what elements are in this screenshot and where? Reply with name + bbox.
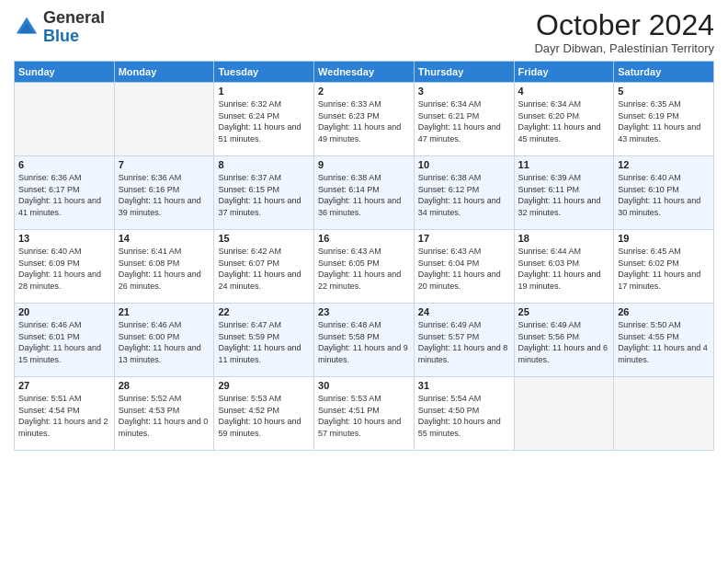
calendar-cell: [15, 83, 115, 156]
day-info: Sunrise: 6:34 AM Sunset: 6:21 PM Dayligh…: [418, 98, 510, 144]
day-info: Sunrise: 5:52 AM Sunset: 4:53 PM Dayligh…: [119, 393, 210, 439]
calendar-cell: 18Sunrise: 6:44 AM Sunset: 6:03 PM Dayli…: [514, 230, 614, 304]
page: General Blue October 2024 Dayr Dibwan, P…: [0, 0, 728, 563]
day-info: Sunrise: 6:40 AM Sunset: 6:09 PM Dayligh…: [18, 246, 110, 292]
day-number: 23: [318, 306, 410, 317]
calendar-header-row: SundayMondayTuesdayWednesdayThursdayFrid…: [15, 62, 714, 83]
title-block: October 2024 Dayr Dibwan, Palestinian Te…: [534, 9, 714, 55]
day-info: Sunrise: 6:36 AM Sunset: 6:16 PM Dayligh…: [119, 172, 210, 218]
calendar-cell: 15Sunrise: 6:42 AM Sunset: 6:07 PM Dayli…: [214, 230, 314, 304]
day-info: Sunrise: 6:36 AM Sunset: 6:17 PM Dayligh…: [18, 172, 110, 218]
day-number: 24: [418, 306, 510, 317]
calendar-cell: 12Sunrise: 6:40 AM Sunset: 6:10 PM Dayli…: [614, 156, 714, 230]
calendar-cell: [514, 377, 614, 451]
calendar-cell: 29Sunrise: 5:53 AM Sunset: 4:52 PM Dayli…: [214, 377, 314, 451]
calendar-cell: 2Sunrise: 6:33 AM Sunset: 6:23 PM Daylig…: [314, 83, 415, 156]
day-number: 18: [518, 233, 610, 244]
calendar-cell: 3Sunrise: 6:34 AM Sunset: 6:21 PM Daylig…: [414, 83, 514, 156]
day-info: Sunrise: 6:46 AM Sunset: 6:01 PM Dayligh…: [18, 319, 110, 365]
day-number: 25: [518, 306, 610, 317]
calendar-cell: 17Sunrise: 6:43 AM Sunset: 6:04 PM Dayli…: [414, 230, 514, 304]
day-number: 3: [418, 86, 510, 97]
day-number: 21: [119, 306, 210, 317]
calendar-cell: 7Sunrise: 6:36 AM Sunset: 6:16 PM Daylig…: [114, 156, 214, 230]
day-number: 19: [618, 233, 710, 244]
calendar-cell: 24Sunrise: 6:49 AM Sunset: 5:57 PM Dayli…: [414, 304, 514, 377]
calendar-cell: [114, 83, 214, 156]
day-number: 26: [618, 306, 710, 317]
day-info: Sunrise: 6:35 AM Sunset: 6:19 PM Dayligh…: [618, 98, 710, 144]
day-info: Sunrise: 6:37 AM Sunset: 6:15 PM Dayligh…: [218, 172, 310, 218]
weekday-header-saturday: Saturday: [614, 62, 714, 83]
day-number: 29: [218, 380, 310, 391]
weekday-header-sunday: Sunday: [15, 62, 115, 83]
calendar-cell: 11Sunrise: 6:39 AM Sunset: 6:11 PM Dayli…: [514, 156, 614, 230]
calendar-cell: 10Sunrise: 6:38 AM Sunset: 6:12 PM Dayli…: [414, 156, 514, 230]
logo-general-text: General: [43, 8, 105, 27]
day-info: Sunrise: 5:53 AM Sunset: 4:51 PM Dayligh…: [318, 393, 410, 439]
day-number: 9: [318, 159, 410, 170]
calendar-cell: 23Sunrise: 6:48 AM Sunset: 5:58 PM Dayli…: [314, 304, 415, 377]
day-info: Sunrise: 6:38 AM Sunset: 6:12 PM Dayligh…: [418, 172, 510, 218]
month-title: October 2024: [534, 9, 714, 41]
location-subtitle: Dayr Dibwan, Palestinian Territory: [534, 41, 714, 55]
day-info: Sunrise: 5:51 AM Sunset: 4:54 PM Dayligh…: [18, 393, 110, 439]
day-number: 31: [418, 380, 510, 391]
calendar-week-row: 1Sunrise: 6:32 AM Sunset: 6:24 PM Daylig…: [15, 83, 714, 156]
weekday-header-thursday: Thursday: [414, 62, 514, 83]
day-number: 6: [18, 159, 110, 170]
day-number: 12: [618, 159, 710, 170]
day-number: 15: [218, 233, 310, 244]
logo-blue-text: Blue: [43, 27, 79, 45]
day-info: Sunrise: 6:39 AM Sunset: 6:11 PM Dayligh…: [518, 172, 610, 218]
calendar-cell: 26Sunrise: 5:50 AM Sunset: 4:55 PM Dayli…: [614, 304, 714, 377]
calendar-cell: 30Sunrise: 5:53 AM Sunset: 4:51 PM Dayli…: [314, 377, 415, 451]
calendar-cell: 31Sunrise: 5:54 AM Sunset: 4:50 PM Dayli…: [414, 377, 514, 451]
day-number: 22: [218, 306, 310, 317]
calendar-cell: 28Sunrise: 5:52 AM Sunset: 4:53 PM Dayli…: [114, 377, 214, 451]
calendar-cell: 6Sunrise: 6:36 AM Sunset: 6:17 PM Daylig…: [15, 156, 115, 230]
day-info: Sunrise: 5:54 AM Sunset: 4:50 PM Dayligh…: [418, 393, 510, 439]
day-number: 28: [119, 380, 210, 391]
calendar-cell: 16Sunrise: 6:43 AM Sunset: 6:05 PM Dayli…: [314, 230, 415, 304]
logo-icon: [14, 15, 40, 40]
calendar-cell: 27Sunrise: 5:51 AM Sunset: 4:54 PM Dayli…: [15, 377, 115, 451]
day-number: 17: [418, 233, 510, 244]
day-number: 13: [18, 233, 110, 244]
day-number: 4: [518, 86, 610, 97]
header: General Blue October 2024 Dayr Dibwan, P…: [14, 9, 714, 55]
day-number: 16: [318, 233, 410, 244]
calendar-cell: 9Sunrise: 6:38 AM Sunset: 6:14 PM Daylig…: [314, 156, 415, 230]
day-number: 5: [618, 86, 710, 97]
day-number: 27: [18, 380, 110, 391]
calendar-cell: 4Sunrise: 6:34 AM Sunset: 6:20 PM Daylig…: [514, 83, 614, 156]
day-info: Sunrise: 6:49 AM Sunset: 5:56 PM Dayligh…: [518, 319, 610, 365]
weekday-header-tuesday: Tuesday: [214, 62, 314, 83]
day-info: Sunrise: 5:50 AM Sunset: 4:55 PM Dayligh…: [618, 319, 710, 365]
calendar-cell: 13Sunrise: 6:40 AM Sunset: 6:09 PM Dayli…: [15, 230, 115, 304]
day-info: Sunrise: 6:41 AM Sunset: 6:08 PM Dayligh…: [119, 246, 210, 292]
day-info: Sunrise: 6:43 AM Sunset: 6:04 PM Dayligh…: [418, 246, 510, 292]
day-number: 2: [318, 86, 410, 97]
day-info: Sunrise: 6:44 AM Sunset: 6:03 PM Dayligh…: [518, 246, 610, 292]
day-number: 14: [119, 233, 210, 244]
day-info: Sunrise: 6:47 AM Sunset: 5:59 PM Dayligh…: [218, 319, 310, 365]
day-info: Sunrise: 5:53 AM Sunset: 4:52 PM Dayligh…: [218, 393, 310, 439]
calendar-week-row: 6Sunrise: 6:36 AM Sunset: 6:17 PM Daylig…: [15, 156, 714, 230]
calendar-cell: 8Sunrise: 6:37 AM Sunset: 6:15 PM Daylig…: [214, 156, 314, 230]
day-info: Sunrise: 6:32 AM Sunset: 6:24 PM Dayligh…: [218, 98, 310, 144]
day-info: Sunrise: 6:40 AM Sunset: 6:10 PM Dayligh…: [618, 172, 710, 218]
day-number: 8: [218, 159, 310, 170]
calendar-cell: 19Sunrise: 6:45 AM Sunset: 6:02 PM Dayli…: [614, 230, 714, 304]
day-info: Sunrise: 6:34 AM Sunset: 6:20 PM Dayligh…: [518, 98, 610, 144]
day-number: 11: [518, 159, 610, 170]
day-number: 1: [218, 86, 310, 97]
day-number: 30: [318, 380, 410, 391]
day-info: Sunrise: 6:42 AM Sunset: 6:07 PM Dayligh…: [218, 246, 310, 292]
calendar-table: SundayMondayTuesdayWednesdayThursdayFrid…: [14, 61, 714, 451]
calendar-cell: [614, 377, 714, 451]
day-info: Sunrise: 6:43 AM Sunset: 6:05 PM Dayligh…: [318, 246, 410, 292]
calendar-cell: 1Sunrise: 6:32 AM Sunset: 6:24 PM Daylig…: [214, 83, 314, 156]
calendar-cell: 14Sunrise: 6:41 AM Sunset: 6:08 PM Dayli…: [114, 230, 214, 304]
day-info: Sunrise: 6:45 AM Sunset: 6:02 PM Dayligh…: [618, 246, 710, 292]
